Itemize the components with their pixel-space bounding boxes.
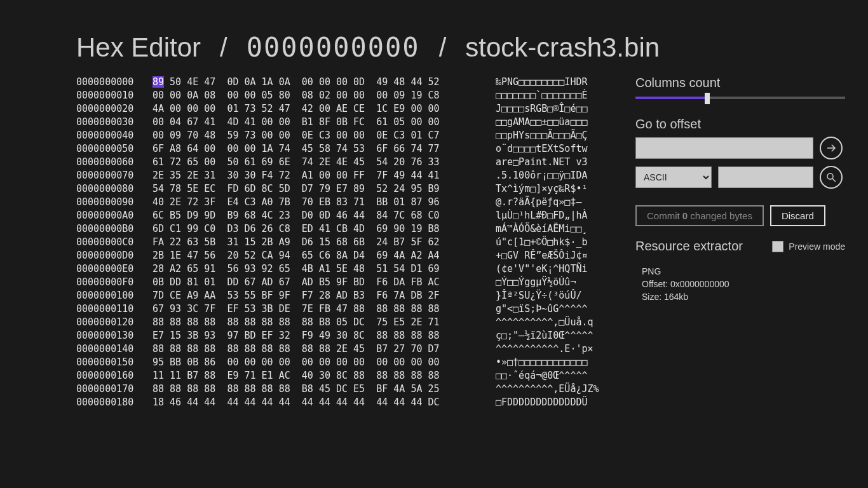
hex-bytes[interactable]: 88 88 88 88 88 88 88 88 B8 45 DC E5 BF 4… — [153, 383, 496, 396]
hex-ascii[interactable]: □Ý□□Ýg­g­µŸ½öÚû¬ — [496, 276, 610, 289]
hex-bytes[interactable]: 6C B5 D9 9D B9 68 4C 23 D0 0D 46 44 84 7… — [153, 209, 496, 222]
commit-button[interactable]: Commit 0 changed bytes — [635, 205, 764, 226]
hex-ascii[interactable]: .5.100ôr¡□□ÿ□IDA — [496, 169, 610, 182]
svg-line-2 — [832, 179, 836, 182]
go-button[interactable] — [820, 137, 843, 159]
hex-ascii[interactable]: ^^^^^^^^^^,□Üuå.q — [496, 316, 610, 329]
hex-row[interactable]: 000000001000 00 0A 08 00 00 05 80 08 02 … — [76, 89, 610, 102]
hex-ascii[interactable]: □□pHYs□□□Ã□□□Ã□Ç — [496, 129, 610, 142]
hex-row[interactable]: 000000000089 50 4E 47 0D 0A 1A 0A 00 00 … — [76, 76, 610, 89]
hex-bytes[interactable]: 18 46 44 44 44 44 44 44 44 44 44 44 44 4… — [153, 396, 496, 409]
hex-offset: 0000000020 — [76, 102, 153, 116]
hex-bytes[interactable]: 89 50 4E 47 0D 0A 1A 0A 00 00 00 0D 49 4… — [153, 76, 496, 89]
hex-bytes[interactable]: 67 93 3C 7F EF 53 3B DE 7E FB 47 88 88 8… — [153, 302, 496, 316]
hex-bytes[interactable]: 54 78 5E EC FD 6D 8C 5D D7 79 E7 89 52 2… — [153, 182, 496, 196]
hex-row[interactable]: 00000000E028 A2 65 91 56 93 92 65 4B A1 … — [76, 262, 610, 276]
hex-bytes[interactable]: 61 72 65 00 50 61 69 6E 74 2E 4E 45 54 2… — [153, 156, 496, 169]
header-bar: Hex Editor / 0000000000 / stock-crash3.b… — [0, 0, 868, 76]
hex-row[interactable]: 00000000204A 00 00 00 01 73 52 47 42 00 … — [76, 102, 610, 116]
hex-row[interactable]: 00000000C0FA 22 63 5B 31 15 2B A9 D6 15 … — [76, 236, 610, 249]
hex-bytes[interactable]: 2B 1E 47 56 20 52 CA 94 65 C6 8A D4 69 4… — [153, 249, 496, 262]
file-name: stock-crash3.bin — [465, 32, 660, 63]
hex-bytes[interactable]: E7 15 3B 93 97 BD EF 32 F9 49 30 8C 88 8… — [153, 329, 496, 342]
hex-row[interactable]: 00000000B06D C1 99 C0 D3 D6 26 C8 ED 41 … — [76, 222, 610, 236]
hex-bytes[interactable]: 40 2E 72 3F E4 C3 A0 7B 70 EB 83 71 BB 0… — [153, 196, 496, 209]
hex-bytes[interactable]: 11 11 B7 88 E9 71 E1 AC 40 30 8C 88 88 8… — [153, 369, 496, 383]
hex-row[interactable]: 00000000702E 35 2E 31 30 30 F4 72 A1 00 … — [76, 169, 610, 182]
hex-ascii[interactable]: ‰PNG□□□□□□□□IHDR — [496, 76, 610, 89]
resource-info[interactable]: PNG Offset: 0x0000000000 Size: 164kb — [635, 265, 845, 303]
hex-ascii[interactable]: J□□□□sRGB□®Î□é□□ — [496, 102, 610, 116]
hex-ascii[interactable]: mÁ™ÀÓÖ&èíAËMi□□¸ — [496, 222, 610, 236]
hex-ascii[interactable]: •»□†□□□□□□□□□□□□ — [496, 356, 610, 369]
hex-ascii[interactable]: ç□;"—½ï2ùI0Œ^^^^^ — [496, 329, 610, 342]
hex-offset: 0000000030 — [76, 116, 153, 129]
hex-row[interactable]: 00000000506F A8 64 00 00 00 1A 74 45 58 … — [76, 142, 610, 156]
search-type-select[interactable]: ASCII — [635, 166, 712, 188]
app-title: Hex Editor — [76, 32, 201, 63]
hex-ascii[interactable]: +□GV RÊ”eÆŠÔiJ¢¤ — [496, 249, 610, 262]
hex-bytes[interactable]: 00 09 70 48 59 73 00 00 0E C3 00 00 0E C… — [153, 129, 496, 142]
hex-bytes[interactable]: 2E 35 2E 31 30 30 F4 72 A1 00 00 FF 7F 4… — [153, 169, 496, 182]
hex-bytes[interactable]: 00 00 0A 08 00 00 05 80 08 02 00 00 00 0… — [153, 89, 496, 102]
hex-offset: 00000000A0 — [76, 209, 153, 222]
hex-bytes[interactable]: 88 88 88 88 88 88 88 88 88 88 2E 45 B7 2… — [153, 342, 496, 356]
hex-bytes[interactable]: 6F A8 64 00 00 00 1A 74 45 58 74 53 6F 6… — [153, 142, 496, 156]
hex-bytes[interactable]: 7D CE A9 AA 53 55 BF 9F F7 28 AD B3 F6 7… — [153, 289, 496, 302]
hex-row[interactable]: 000000018018 46 44 44 44 44 44 44 44 44 … — [76, 396, 610, 409]
hex-bytes[interactable]: FA 22 63 5B 31 15 2B A9 D6 15 68 6B 24 B… — [153, 236, 496, 249]
hex-ascii[interactable]: lµÙ□¹hL#Ð□FD„|hÀ — [496, 209, 610, 222]
hex-row[interactable]: 000000008054 78 5E EC FD 6D 8C 5D D7 79 … — [76, 182, 610, 196]
hex-offset: 0000000140 — [76, 342, 153, 356]
columns-count-label: Columns count — [635, 76, 845, 90]
discard-button[interactable]: Discard — [770, 205, 825, 226]
columns-slider[interactable] — [635, 97, 845, 99]
hex-row[interactable]: 000000006061 72 65 00 50 61 69 6E 74 2E … — [76, 156, 610, 169]
hex-row[interactable]: 000000014088 88 88 88 88 88 88 88 88 88 … — [76, 342, 610, 356]
hex-ascii[interactable]: (¢e'V"'eK¡^HQTÑi — [496, 262, 610, 276]
hex-ascii[interactable]: Tx^ìým□]×yç‰R$•¹ — [496, 182, 610, 196]
hex-row[interactable]: 0000000130E7 15 3B 93 97 BD EF 32 F9 49 … — [76, 329, 610, 342]
hex-row[interactable]: 00000001007D CE A9 AA 53 55 BF 9F F7 28 … — [76, 289, 610, 302]
hex-row[interactable]: 000000015095 BB 0B 86 00 00 00 00 00 00 … — [76, 356, 610, 369]
hex-ascii[interactable]: □□□□□□□`□□□□□□□È — [496, 89, 610, 102]
hex-ascii[interactable]: @.r?äÃ{pëƒq»□‡– — [496, 196, 610, 209]
hex-row[interactable]: 000000016011 11 B7 88 E9 71 E1 AC 40 30 … — [76, 369, 610, 383]
hex-row[interactable]: 00000000D02B 1E 47 56 20 52 CA 94 65 C6 … — [76, 249, 610, 262]
hex-row[interactable]: 000000009040 2E 72 3F E4 C3 A0 7B 70 EB … — [76, 196, 610, 209]
hex-ascii[interactable]: }Îª²SU¿Ÿ÷(­³öúÛ/ — [496, 289, 610, 302]
search-input[interactable] — [718, 166, 813, 188]
hex-row[interactable]: 000000003000 04 67 41 4D 41 00 00 B1 8F … — [76, 116, 610, 129]
hex-ascii[interactable]: o¨d□□□□tEXtSoftw — [496, 142, 610, 156]
hex-ascii[interactable]: ^^^^^^^^^^^.E·'p× — [496, 342, 610, 356]
hex-row[interactable]: 000000012088 88 88 88 88 88 88 88 88 B8 … — [76, 316, 610, 329]
hex-ascii[interactable]: □□gAMA□□±□□üa□□□ — [496, 116, 610, 129]
hex-bytes[interactable]: 6D C1 99 C0 D3 D6 26 C8 ED 41 CB 4D 69 9… — [153, 222, 496, 236]
hex-bytes[interactable]: 0B DD 81 01 DD 67 AD 67 AD B5 9F BD F6 D… — [153, 276, 496, 289]
hex-ascii[interactable]: are□Paint.NET v3 — [496, 156, 610, 169]
hex-bytes[interactable]: 88 88 88 88 88 88 88 88 88 B8 05 DC 75 E… — [153, 316, 496, 329]
hex-row[interactable]: 00000000F00B DD 81 01 DD 67 AD 67 AD B5 … — [76, 276, 610, 289]
hex-ascii[interactable]: ú"c[1□+©Ö□hk$·_b — [496, 236, 610, 249]
hex-offset: 0000000180 — [76, 396, 153, 409]
hex-bytes[interactable]: 28 A2 65 91 56 93 92 65 4B A1 5E 48 51 5… — [153, 262, 496, 276]
goto-offset-input[interactable] — [635, 137, 813, 159]
current-offset: 0000000000 — [247, 32, 420, 63]
slider-thumb[interactable] — [705, 93, 710, 104]
hex-ascii[interactable]: g"<□ïS;Þ~ûG^^^^^ — [496, 302, 610, 316]
hex-row[interactable]: 000000004000 09 70 48 59 73 00 00 0E C3 … — [76, 129, 610, 142]
hex-bytes[interactable]: 00 04 67 41 4D 41 00 00 B1 8F 0B FC 61 0… — [153, 116, 496, 129]
hex-ascii[interactable]: □FDDDDDDDDDDDDDÜ — [496, 396, 610, 409]
hex-ascii[interactable]: ^^^^^^^^^^,EÜå¿JZ% — [496, 383, 610, 396]
preview-mode-label: Preview mode — [789, 241, 845, 252]
hex-ascii[interactable]: □□·ˆéqá¬@0Œ^^^^^ — [496, 369, 610, 383]
hex-bytes[interactable]: 95 BB 0B 86 00 00 00 00 00 00 00 00 00 0… — [153, 356, 496, 369]
preview-mode-checkbox[interactable] — [772, 241, 783, 252]
hex-row[interactable]: 00000000A06C B5 D9 9D B9 68 4C 23 D0 0D … — [76, 209, 610, 222]
hex-offset: 0000000000 — [76, 76, 153, 89]
hex-row[interactable]: 000000017088 88 88 88 88 88 88 88 B8 45 … — [76, 383, 610, 396]
hex-bytes[interactable]: 4A 00 00 00 01 73 52 47 42 00 AE CE 1C E… — [153, 102, 496, 116]
hex-view[interactable]: 000000000089 50 4E 47 0D 0A 1A 0A 00 00 … — [76, 76, 610, 409]
search-button[interactable] — [820, 166, 843, 189]
hex-row[interactable]: 000000011067 93 3C 7F EF 53 3B DE 7E FB … — [76, 302, 610, 316]
